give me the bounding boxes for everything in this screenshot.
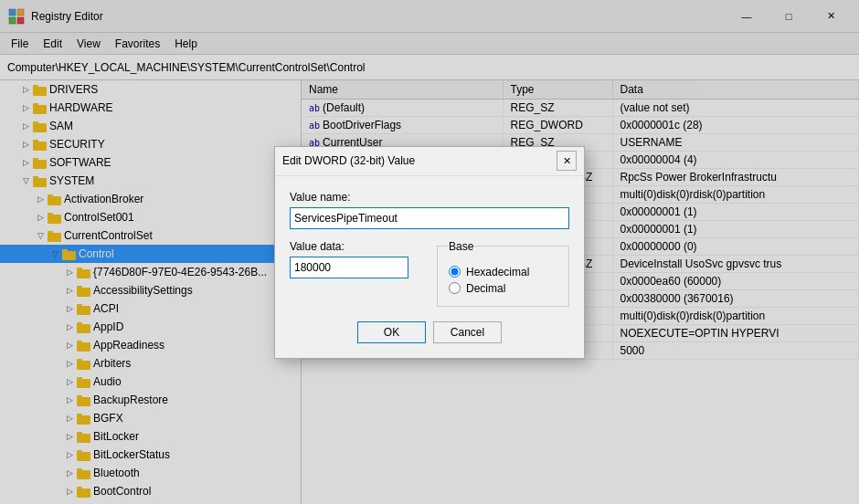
cancel-button[interactable]: Cancel xyxy=(433,321,502,343)
value-name-label: Value name: xyxy=(290,191,569,204)
dialog-row: Value data: Base Hexadecimal Decimal xyxy=(290,240,569,307)
base-col: Base Hexadecimal Decimal xyxy=(437,240,569,307)
hex-label: Hexadecimal xyxy=(466,266,529,278)
dialog-body: Value name: Value data: Base Hexadecimal xyxy=(275,176,584,358)
hexadecimal-radio[interactable] xyxy=(449,266,461,278)
dec-label: Decimal xyxy=(466,282,505,295)
hex-radio-row: Hexadecimal xyxy=(449,266,557,278)
dialog-buttons: OK Cancel xyxy=(290,321,569,343)
value-data-col: Value data: xyxy=(290,240,422,307)
dec-radio-row: Decimal xyxy=(449,282,557,295)
dialog-title-bar: Edit DWORD (32-bit) Value ✕ xyxy=(275,147,584,176)
edit-dword-dialog: Edit DWORD (32-bit) Value ✕ Value name: … xyxy=(274,146,585,359)
value-data-input[interactable] xyxy=(290,257,408,278)
decimal-radio[interactable] xyxy=(449,282,461,294)
base-legend: Base xyxy=(449,240,473,253)
dialog-title: Edit DWORD (32-bit) Value xyxy=(282,154,415,167)
ok-button[interactable]: OK xyxy=(357,321,426,343)
dialog-overlay: Edit DWORD (32-bit) Value ✕ Value name: … xyxy=(0,0,859,504)
base-fieldset: Base Hexadecimal Decimal xyxy=(437,240,569,307)
value-name-input[interactable] xyxy=(290,207,569,229)
dialog-close-button[interactable]: ✕ xyxy=(557,151,577,171)
value-data-label: Value data: xyxy=(290,240,422,253)
